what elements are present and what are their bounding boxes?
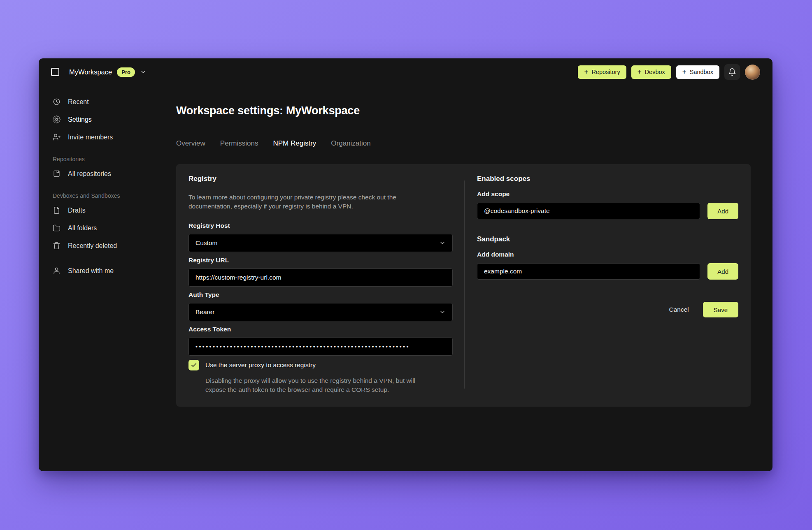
sidebar-item-label: Invite members — [68, 134, 113, 141]
new-repository-button[interactable]: + Repository — [578, 65, 626, 79]
proxy-checkbox-row[interactable]: Use the server proxy to access registry — [188, 360, 453, 370]
save-button[interactable]: Save — [703, 302, 738, 317]
repository-icon — [53, 170, 60, 178]
sidebar-item-label: Recently deleted — [68, 242, 117, 250]
user-icon — [53, 267, 60, 275]
gear-icon — [53, 116, 60, 123]
add-scope-input[interactable] — [477, 203, 700, 219]
sidebar-item-drafts[interactable]: Drafts — [53, 201, 162, 219]
file-icon — [53, 206, 60, 214]
registry-host-label: Registry Host — [188, 222, 453, 229]
sidebar-section-devboxes: Devboxes and Sandboxes — [53, 192, 162, 199]
new-repository-label: Repository — [591, 69, 620, 75]
sidebar-item-shared-with-me[interactable]: Shared with me — [53, 262, 162, 280]
add-domain-row: Add — [477, 263, 738, 280]
topbar: MyWorkspace Pro + Repository + Devbox + … — [39, 58, 772, 86]
check-icon — [191, 362, 197, 368]
chevron-down-icon — [140, 69, 147, 75]
plus-icon: + — [638, 68, 642, 75]
notifications-button[interactable] — [724, 64, 740, 80]
app-window: MyWorkspace Pro + Repository + Devbox + … — [39, 58, 772, 471]
sidebar-item-recent[interactable]: Recent — [53, 93, 162, 111]
registry-url-input[interactable] — [188, 268, 453, 287]
form-footer: Cancel Save — [477, 302, 738, 317]
new-sandbox-label: Sandbox — [690, 69, 713, 75]
registry-description: To learn more about configuring your pri… — [188, 193, 429, 211]
registry-host-value: Custom — [195, 239, 217, 247]
workspace-logo-icon — [51, 68, 59, 76]
add-domain-input[interactable] — [477, 263, 700, 280]
sidebar-item-all-repositories[interactable]: All repositories — [53, 165, 162, 183]
new-devbox-label: Devbox — [645, 69, 665, 75]
add-scope-button[interactable]: Add — [707, 203, 738, 219]
cancel-button[interactable]: Cancel — [668, 303, 691, 316]
sidebar-item-label: All repositories — [68, 170, 111, 178]
chevron-down-icon — [439, 309, 446, 315]
sidebar-section-repositories: Repositories — [53, 156, 162, 162]
sidebar-item-all-folders[interactable]: All folders — [53, 219, 162, 237]
tab-npm-registry[interactable]: NPM Registry — [273, 139, 316, 148]
main-content: Workspace settings: MyWorkspace Overview… — [176, 86, 772, 471]
sidebar-item-label: Recent — [68, 98, 89, 106]
new-devbox-button[interactable]: + Devbox — [631, 65, 671, 79]
tab-permissions[interactable]: Permissions — [220, 139, 258, 148]
proxy-description: Disabling the proxy will allow you to us… — [205, 376, 436, 394]
add-scope-label: Add scope — [477, 190, 738, 198]
workspace-switcher[interactable]: MyWorkspace Pro — [51, 67, 147, 77]
add-domain-label: Add domain — [477, 251, 738, 258]
enabled-scopes-title: Enabled scopes — [477, 175, 738, 183]
sidebar-item-label: All folders — [68, 224, 97, 232]
plus-icon: + — [682, 68, 686, 75]
settings-tabs: Overview Permissions NPM Registry Organi… — [176, 139, 772, 148]
proxy-checkbox-label: Use the server proxy to access registry — [205, 361, 316, 369]
new-sandbox-button[interactable]: + Sandbox — [676, 65, 719, 79]
npm-registry-panel: Registry To learn more about configuring… — [176, 164, 751, 407]
registry-title: Registry — [188, 175, 453, 183]
tab-overview[interactable]: Overview — [176, 139, 205, 148]
workspace-name: MyWorkspace — [69, 68, 112, 76]
page-title: Workspace settings: MyWorkspace — [176, 104, 772, 117]
user-avatar[interactable] — [745, 65, 760, 80]
sidebar-item-label: Shared with me — [68, 267, 114, 275]
sidebar-item-label: Drafts — [68, 207, 86, 214]
auth-type-value: Bearer — [195, 308, 215, 316]
plus-icon: + — [584, 68, 588, 75]
column-divider — [464, 181, 465, 389]
sidebar-item-invite-members[interactable]: Invite members — [53, 128, 162, 146]
registry-host-select[interactable]: Custom — [188, 234, 453, 252]
sidebar-item-recently-deleted[interactable]: Recently deleted — [53, 237, 162, 255]
sidebar: Recent Settings Invite members Repositor… — [39, 86, 176, 471]
plan-badge: Pro — [117, 67, 135, 77]
tab-organization[interactable]: Organization — [331, 139, 370, 148]
clock-icon — [53, 98, 60, 106]
add-scope-row: Add — [477, 203, 738, 219]
proxy-checkbox[interactable] — [188, 360, 199, 370]
topbar-actions: + Repository + Devbox + Sandbox — [578, 64, 760, 80]
access-token-label: Access Token — [188, 326, 453, 333]
auth-type-label: Auth Type — [188, 291, 453, 299]
sandpack-title: Sandpack — [477, 235, 738, 243]
chevron-down-icon — [439, 240, 446, 246]
scopes-column: Enabled scopes Add scope Add Sandpack Ad… — [477, 175, 738, 407]
access-token-input[interactable] — [188, 338, 453, 356]
user-plus-icon — [53, 133, 60, 141]
registry-column: Registry To learn more about configuring… — [188, 175, 453, 407]
auth-type-select[interactable]: Bearer — [188, 303, 453, 321]
sidebar-item-label: Settings — [68, 116, 92, 123]
folder-icon — [53, 224, 60, 232]
trash-icon — [53, 242, 60, 250]
sidebar-item-settings[interactable]: Settings — [53, 111, 162, 128]
add-domain-button[interactable]: Add — [707, 263, 738, 280]
bell-icon — [728, 68, 736, 76]
registry-url-label: Registry URL — [188, 257, 453, 264]
